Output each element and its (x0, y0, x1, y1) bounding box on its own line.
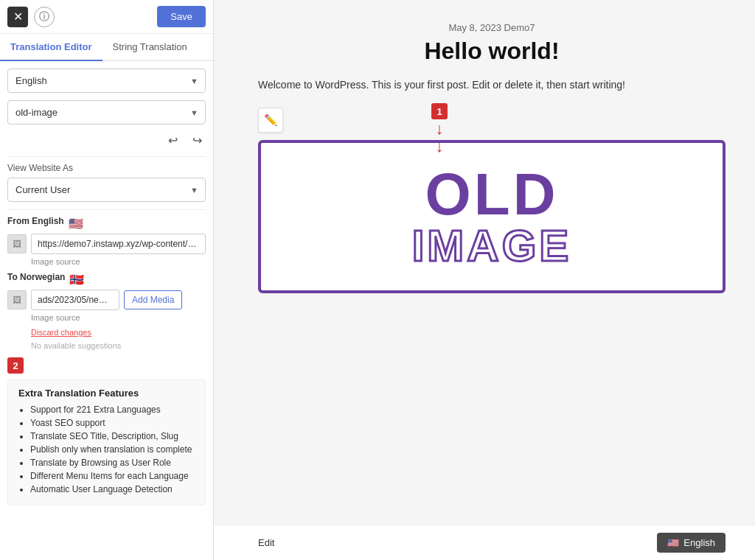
from-english-row: From English 🇺🇸 (7, 216, 206, 231)
language-dropdown[interactable]: English Norwegian French (7, 69, 206, 93)
tab-translation-editor[interactable]: Translation Editor (0, 34, 102, 61)
annotation-badge-2: 2 (7, 357, 24, 374)
save-button[interactable]: Save (157, 6, 206, 27)
bottom-bar: Edit 🇺🇸 English (214, 525, 755, 560)
right-panel: 1 ↓ ↓ May 8, 2023 Demo7 Hello world! Wel… (214, 0, 755, 560)
list-item: Different Menu Items for each Language (30, 471, 195, 481)
to-norwegian-input[interactable] (31, 290, 119, 310)
english-badge-label: English (683, 537, 715, 548)
language-dropdown-wrap: English Norwegian French ▼ (7, 69, 206, 93)
pencil-button-container: ✏️ (258, 108, 726, 133)
panel-scroll: English Norwegian French ▼ old-image new… (0, 61, 213, 560)
view-website-label: View Website As (7, 163, 206, 173)
list-item: Translate SEO Title, Description, Slug (30, 431, 195, 441)
list-item: Yoast SEO support (30, 418, 195, 428)
list-item: Translate by Browsing as User Role (30, 458, 195, 468)
to-norwegian-thumb: 🖼 (7, 290, 27, 309)
edit-link[interactable]: Edit (258, 537, 274, 548)
old-image-display: OLD IMAGE (258, 140, 726, 293)
extra-features-list: Support for 221 Extra Languages Yoast SE… (18, 405, 195, 494)
from-english-field-row: 🖼 (7, 234, 206, 254)
to-norwegian-row: To Norwegian 🇳🇴 (7, 272, 206, 287)
from-english-hint: Image source (31, 257, 206, 266)
list-item: Support for 221 Extra Languages (30, 405, 195, 415)
to-norwegian-field-row: 🖼 Add Media (7, 290, 206, 310)
from-english-thumb: 🖼 (7, 234, 27, 253)
list-item: Publish only when translation is complet… (30, 444, 195, 455)
tab-string-translation[interactable]: String Translation (102, 34, 198, 61)
redo-button[interactable]: ↪ (189, 132, 206, 149)
close-button[interactable]: ✕ (7, 7, 28, 27)
old-image-text-image: IMAGE (412, 224, 572, 268)
type-dropdown-wrap: old-image new-image header-image ▼ (7, 100, 206, 125)
view-as-dropdown[interactable]: Current User Guest Administrator (7, 178, 206, 202)
from-english-label: From English (7, 216, 64, 226)
left-panel: ✕ ⓘ Save Translation Editor String Trans… (0, 0, 214, 560)
type-dropdown[interactable]: old-image new-image header-image (7, 100, 206, 125)
post-intro: Welcome to WordPress. This is your first… (258, 77, 726, 93)
list-item: Automatic User Language Detection (30, 484, 195, 494)
tab-bar: Translation Editor String Translation (0, 34, 213, 61)
post-meta: May 8, 2023 Demo7 (258, 22, 726, 33)
add-media-button[interactable]: Add Media (124, 290, 182, 309)
old-image-text-old: OLD (425, 165, 559, 224)
info-button[interactable]: ⓘ (34, 7, 55, 27)
to-norwegian-hint: Image source (31, 313, 206, 322)
pencil-edit-button[interactable]: ✏️ (258, 108, 283, 133)
extra-features-title: Extra Translation Features (18, 388, 195, 399)
english-badge-flag: 🇺🇸 (667, 537, 679, 548)
from-english-input[interactable] (31, 234, 206, 254)
no-suggestions-text: No available suggestions (31, 341, 206, 350)
discard-changes-link[interactable]: Discard changes (31, 328, 206, 337)
undo-redo-bar: ↩ ↪ (7, 132, 206, 149)
main-content: May 8, 2023 Demo7 Hello world! Welcome t… (214, 0, 755, 525)
undo-button[interactable]: ↩ (164, 132, 181, 149)
view-as-dropdown-wrap: Current User Guest Administrator ▼ (7, 178, 206, 202)
post-title: Hello world! (258, 38, 726, 65)
english-language-badge[interactable]: 🇺🇸 English (657, 533, 726, 553)
to-norwegian-label: To Norwegian (7, 272, 65, 282)
annotation-2-area: 2 (7, 357, 206, 374)
top-bar: ✕ ⓘ Save (0, 0, 213, 34)
to-norwegian-flag: 🇳🇴 (69, 273, 84, 287)
from-english-flag: 🇺🇸 (69, 217, 83, 231)
extra-features-box: Extra Translation Features Support for 2… (7, 379, 206, 505)
